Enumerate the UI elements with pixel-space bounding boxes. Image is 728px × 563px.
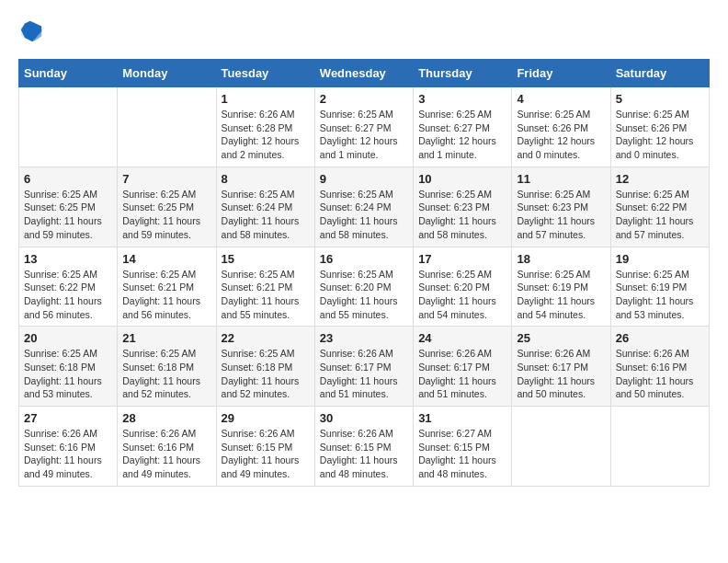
calendar-cell: 31Sunrise: 6:27 AMSunset: 6:15 PMDayligh… [414,407,512,487]
day-number: 2 [320,92,408,106]
calendar-cell: 20Sunrise: 6:25 AMSunset: 6:18 PMDayligh… [19,327,118,407]
calendar-cell: 19Sunrise: 6:25 AMSunset: 6:19 PMDayligh… [610,247,709,327]
calendar-cell: 22Sunrise: 6:25 AMSunset: 6:18 PMDayligh… [216,327,314,407]
day-number: 21 [122,331,210,345]
day-number: 28 [122,411,210,425]
day-info: Sunrise: 6:25 AMSunset: 6:23 PMDaylight:… [418,188,506,242]
day-info: Sunrise: 6:25 AMSunset: 6:20 PMDaylight:… [418,268,506,322]
day-number: 29 [222,411,310,425]
day-number: 27 [24,411,112,425]
day-number: 25 [517,331,605,345]
calendar-week-row: 6Sunrise: 6:25 AMSunset: 6:25 PMDaylight… [19,167,710,247]
calendar-cell: 9Sunrise: 6:25 AMSunset: 6:24 PMDaylight… [314,167,413,247]
day-number: 17 [418,252,506,266]
day-number: 14 [122,252,210,266]
day-info: Sunrise: 6:26 AMSunset: 6:17 PMDaylight:… [320,347,408,401]
calendar-cell: 4Sunrise: 6:25 AMSunset: 6:26 PMDaylight… [512,87,610,167]
day-info: Sunrise: 6:26 AMSunset: 6:16 PMDaylight:… [24,427,112,481]
day-info: Sunrise: 6:25 AMSunset: 6:20 PMDaylight:… [320,268,408,322]
calendar-cell: 11Sunrise: 6:25 AMSunset: 6:23 PMDayligh… [512,167,610,247]
day-info: Sunrise: 6:25 AMSunset: 6:19 PMDaylight:… [517,268,605,322]
calendar-cell: 10Sunrise: 6:25 AMSunset: 6:23 PMDayligh… [414,167,512,247]
day-number: 24 [418,331,506,345]
day-number: 23 [320,331,408,345]
day-info: Sunrise: 6:26 AMSunset: 6:16 PMDaylight:… [122,427,210,481]
day-of-week-header: Sunday [19,60,118,87]
day-number: 4 [517,92,605,106]
day-info: Sunrise: 6:25 AMSunset: 6:18 PMDaylight:… [122,347,210,401]
calendar-cell: 18Sunrise: 6:25 AMSunset: 6:19 PMDayligh… [512,247,610,327]
day-number: 7 [122,172,210,186]
calendar-cell: 2Sunrise: 6:25 AMSunset: 6:27 PMDaylight… [314,87,413,167]
calendar-cell: 30Sunrise: 6:26 AMSunset: 6:15 PMDayligh… [314,407,413,487]
calendar-table: SundayMondayTuesdayWednesdayThursdayFrid… [18,59,710,487]
calendar-cell: 25Sunrise: 6:26 AMSunset: 6:17 PMDayligh… [512,327,610,407]
calendar-cell: 15Sunrise: 6:25 AMSunset: 6:21 PMDayligh… [216,247,314,327]
calendar-cell: 27Sunrise: 6:26 AMSunset: 6:16 PMDayligh… [19,407,118,487]
day-info: Sunrise: 6:25 AMSunset: 6:26 PMDaylight:… [616,108,704,162]
day-info: Sunrise: 6:25 AMSunset: 6:27 PMDaylight:… [320,108,408,162]
day-info: Sunrise: 6:25 AMSunset: 6:24 PMDaylight:… [320,188,408,242]
calendar-cell: 8Sunrise: 6:25 AMSunset: 6:24 PMDaylight… [216,167,314,247]
day-info: Sunrise: 6:25 AMSunset: 6:23 PMDaylight:… [517,188,605,242]
day-number: 26 [616,331,704,345]
day-of-week-header: Saturday [610,60,709,87]
day-number: 10 [418,172,506,186]
calendar-cell: 26Sunrise: 6:26 AMSunset: 6:16 PMDayligh… [610,327,709,407]
day-number: 19 [616,252,704,266]
calendar-body: 1Sunrise: 6:26 AMSunset: 6:28 PMDaylight… [19,87,710,487]
calendar-cell: 5Sunrise: 6:25 AMSunset: 6:26 PMDaylight… [610,87,709,167]
day-number: 9 [320,172,408,186]
calendar-cell [118,87,216,167]
logo-icon [18,18,44,44]
calendar-week-row: 1Sunrise: 6:26 AMSunset: 6:28 PMDaylight… [19,87,710,167]
day-number: 8 [222,172,310,186]
calendar-cell [512,407,610,487]
day-number: 3 [418,92,506,106]
day-info: Sunrise: 6:26 AMSunset: 6:28 PMDaylight:… [222,108,310,162]
day-of-week-header: Thursday [414,60,512,87]
day-info: Sunrise: 6:25 AMSunset: 6:22 PMDaylight:… [24,268,112,322]
calendar-cell: 21Sunrise: 6:25 AMSunset: 6:18 PMDayligh… [118,327,216,407]
day-number: 13 [24,252,112,266]
day-info: Sunrise: 6:25 AMSunset: 6:26 PMDaylight:… [517,108,605,162]
day-info: Sunrise: 6:25 AMSunset: 6:19 PMDaylight:… [616,268,704,322]
calendar-cell [610,407,709,487]
calendar-header-row: SundayMondayTuesdayWednesdayThursdayFrid… [19,60,710,87]
day-info: Sunrise: 6:26 AMSunset: 6:16 PMDaylight:… [616,347,704,401]
calendar-cell [19,87,118,167]
calendar-cell: 1Sunrise: 6:26 AMSunset: 6:28 PMDaylight… [216,87,314,167]
day-info: Sunrise: 6:25 AMSunset: 6:18 PMDaylight:… [222,347,310,401]
day-info: Sunrise: 6:25 AMSunset: 6:25 PMDaylight:… [24,188,112,242]
day-number: 15 [222,252,310,266]
calendar-cell: 16Sunrise: 6:25 AMSunset: 6:20 PMDayligh… [314,247,413,327]
page-header [18,18,710,44]
day-of-week-header: Wednesday [314,60,413,87]
calendar-cell: 3Sunrise: 6:25 AMSunset: 6:27 PMDaylight… [414,87,512,167]
day-number: 20 [24,331,112,345]
calendar-week-row: 20Sunrise: 6:25 AMSunset: 6:18 PMDayligh… [19,327,710,407]
day-number: 18 [517,252,605,266]
day-info: Sunrise: 6:25 AMSunset: 6:18 PMDaylight:… [24,347,112,401]
calendar-cell: 14Sunrise: 6:25 AMSunset: 6:21 PMDayligh… [118,247,216,327]
calendar-cell: 24Sunrise: 6:26 AMSunset: 6:17 PMDayligh… [414,327,512,407]
day-info: Sunrise: 6:26 AMSunset: 6:17 PMDaylight:… [418,347,506,401]
day-of-week-header: Monday [118,60,216,87]
day-number: 31 [418,411,506,425]
day-number: 5 [616,92,704,106]
calendar-week-row: 27Sunrise: 6:26 AMSunset: 6:16 PMDayligh… [19,407,710,487]
day-info: Sunrise: 6:25 AMSunset: 6:21 PMDaylight:… [222,268,310,322]
day-info: Sunrise: 6:26 AMSunset: 6:15 PMDaylight:… [222,427,310,481]
calendar-cell: 7Sunrise: 6:25 AMSunset: 6:25 PMDaylight… [118,167,216,247]
day-number: 11 [517,172,605,186]
calendar-cell: 17Sunrise: 6:25 AMSunset: 6:20 PMDayligh… [414,247,512,327]
day-info: Sunrise: 6:26 AMSunset: 6:15 PMDaylight:… [320,427,408,481]
day-info: Sunrise: 6:25 AMSunset: 6:22 PMDaylight:… [616,188,704,242]
day-number: 12 [616,172,704,186]
day-info: Sunrise: 6:25 AMSunset: 6:24 PMDaylight:… [222,188,310,242]
day-number: 16 [320,252,408,266]
day-info: Sunrise: 6:25 AMSunset: 6:25 PMDaylight:… [122,188,210,242]
calendar-cell: 6Sunrise: 6:25 AMSunset: 6:25 PMDaylight… [19,167,118,247]
day-number: 1 [222,92,310,106]
day-number: 6 [24,172,112,186]
